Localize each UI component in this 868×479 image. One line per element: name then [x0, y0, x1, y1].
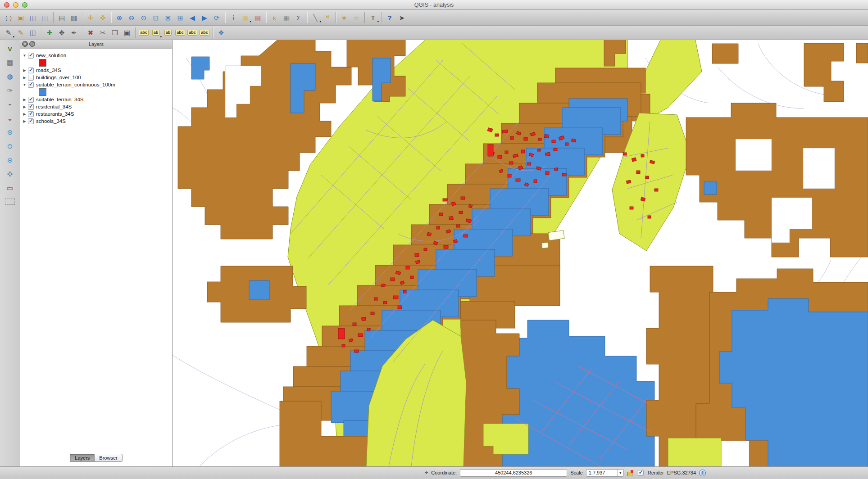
zoom-window-button[interactable] [22, 2, 27, 8]
zoom-to-layer-button[interactable]: ⊞ [174, 12, 186, 23]
new-shapefile-layer-button[interactable]: ▭ [4, 182, 16, 194]
add-postgis-layer-button[interactable]: ◍ [4, 71, 16, 82]
pan-map-button[interactable]: ✛ [85, 12, 96, 23]
save-project-as-button[interactable]: ◫ [39, 12, 51, 23]
expander-right-icon[interactable]: ▶ [22, 105, 27, 109]
tab-browser[interactable]: Browser [95, 454, 122, 462]
cut-features-button[interactable]: ✂ [97, 27, 109, 39]
move-feature-button[interactable]: ✥ [56, 27, 68, 39]
layer-label[interactable]: restaurants_34S [36, 111, 74, 117]
layer-label[interactable]: new_solution [36, 53, 66, 58]
new-bookmark-button[interactable]: ★ [338, 12, 350, 23]
label-move-button[interactable]: abc [174, 27, 186, 39]
expander-right-icon[interactable]: ▶ [22, 76, 27, 80]
map-refresh-button[interactable]: ⟳ [211, 12, 223, 23]
add-oracle-layer-button[interactable]: ◒ [4, 113, 16, 124]
layer-checkbox[interactable] [28, 68, 34, 73]
select-by-expression-button[interactable]: ε [268, 12, 280, 23]
map-tips-button[interactable]: ❝ [322, 12, 333, 23]
zoom-out-button[interactable]: ⊖ [126, 12, 137, 23]
expander-down-icon[interactable]: ▼ [22, 83, 27, 87]
toggle-editing-button[interactable]: ✎ [15, 27, 27, 39]
layer-row-suitable_terrain_continuous_100m[interactable]: ▼suitable_terrain_continuous_100m [22, 81, 172, 88]
map-canvas[interactable] [173, 40, 868, 466]
layer-checkbox[interactable] [28, 75, 34, 81]
layer-checkbox[interactable] [28, 53, 34, 59]
label-rotate-button[interactable]: abc [186, 27, 198, 39]
open-attribute-table-button[interactable]: ▦ [281, 12, 292, 23]
add-wms-layer-button[interactable]: ⊛ [4, 127, 16, 138]
title-bar[interactable]: QGIS - analysis [0, 0, 868, 10]
layers-panel-header[interactable]: ✕ ◱ Layers [20, 40, 172, 49]
expander-right-icon[interactable]: ▶ [22, 98, 27, 102]
label-highlight-button[interactable]: ab [162, 27, 174, 39]
measure-button[interactable]: ╲ ▾ [309, 12, 321, 23]
layer-label[interactable]: suitable_terrain_34S [36, 97, 84, 102]
node-tool-button[interactable]: ✒ [68, 27, 80, 39]
new-project-button[interactable]: ▢ [3, 12, 14, 23]
zoom-in-button[interactable]: ⊕ [114, 12, 125, 23]
scale-combo[interactable]: 1:7,937 ▾ [586, 469, 624, 477]
add-wcs-layer-button[interactable]: ⊜ [4, 140, 16, 152]
layer-checkbox[interactable] [28, 104, 34, 110]
zoom-native-button[interactable]: ⊙ [138, 12, 150, 23]
minimize-window-button[interactable] [13, 2, 18, 8]
add-wfs-layer-button[interactable]: ⊝ [4, 154, 16, 166]
layer-row-new_solution[interactable]: ▼new_solution [22, 52, 172, 59]
crs-status-globe-icon[interactable]: ⊕ [699, 470, 706, 476]
label-properties-button[interactable]: abc [199, 27, 210, 39]
deselect-features-button[interactable]: ▦ [252, 12, 264, 23]
zoom-full-button[interactable]: ⊡ [150, 12, 162, 23]
layer-label[interactable]: roads_34S [36, 68, 61, 73]
save-layer-edits-button[interactable]: ◫ [27, 27, 39, 39]
layer-label[interactable]: residential_34S [36, 104, 72, 109]
expander-right-icon[interactable]: ▶ [22, 119, 27, 123]
add-feature-button[interactable]: ✚ [44, 27, 55, 39]
help-contents-button[interactable]: ? [384, 12, 395, 23]
layer-row-schools_34S[interactable]: ▶schools_34S [22, 117, 172, 125]
paste-features-button[interactable]: ▣ [121, 27, 133, 39]
new-print-composer-button[interactable]: ▤ [56, 12, 68, 23]
float-panel-button[interactable]: ◱ [29, 41, 35, 47]
composer-manager-button[interactable]: ▥ [68, 12, 80, 23]
pan-to-selection-button[interactable]: ✜ [97, 12, 109, 23]
add-vector-layer-button[interactable]: V [4, 43, 16, 54]
layer-label[interactable]: schools_34S [36, 118, 66, 124]
show-bookmarks-button[interactable]: ☆ [350, 12, 362, 23]
layer-symbol-swatch[interactable] [39, 59, 46, 67]
scale-dropdown-icon[interactable]: ▾ [617, 470, 623, 476]
field-calculator-button[interactable]: Σ [293, 12, 304, 23]
layer-row-suitable_terrain_34S[interactable]: ▶suitable_terrain_34S [22, 96, 172, 103]
add-spatialite-layer-button[interactable]: ✑ [4, 85, 16, 96]
close-window-button[interactable] [4, 2, 9, 8]
whats-this-button[interactable]: ➤ [396, 12, 408, 23]
copy-features-button[interactable]: ❐ [109, 27, 121, 39]
close-panel-button[interactable]: ✕ [22, 41, 28, 47]
expander-right-icon[interactable]: ▶ [22, 112, 27, 116]
add-raster-layer-button[interactable]: ▦ [4, 57, 16, 68]
processing-toolbox-button[interactable]: ❖ [215, 27, 227, 39]
layer-checkbox[interactable] [28, 111, 34, 117]
layer-checkbox[interactable] [28, 82, 34, 88]
expander-down-icon[interactable]: ▼ [22, 54, 27, 58]
labeling-button[interactable]: abc [138, 27, 150, 39]
add-delimited-text-layer-button[interactable]: ✣ [4, 168, 16, 180]
layer-row-roads_34S[interactable]: ▶roads_34S [22, 67, 172, 74]
identify-features-button[interactable]: i [227, 12, 239, 23]
current-edits-button[interactable]: ✎ ▾ [3, 27, 14, 39]
layer-checkbox[interactable] [28, 97, 34, 103]
open-project-button[interactable]: ▣ [15, 12, 27, 23]
zoom-last-button[interactable]: ◀ [186, 12, 198, 23]
delete-selected-button[interactable]: ✖ [85, 27, 96, 39]
layer-row-residential_34S[interactable]: ▶residential_34S [22, 103, 172, 110]
tab-layers[interactable]: Layers [70, 454, 95, 462]
add-mssql-layer-button[interactable]: ◓ [4, 99, 16, 110]
text-annotation-button[interactable]: T ▾ [367, 12, 379, 23]
label-pinned-button[interactable]: ab ▾ [150, 27, 162, 39]
scale-lock-icon[interactable] [627, 470, 634, 476]
layer-row-buildings_over_100[interactable]: ▶buildings_over_100 [22, 74, 172, 81]
select-features-button[interactable]: ▦ ▾ [240, 12, 251, 23]
layer-label[interactable]: suitable_terrain_continuous_100m [36, 82, 115, 87]
zoom-to-selection-button[interactable]: ⊠ [162, 12, 174, 23]
coordinate-input[interactable]: 450244,6235326 [460, 469, 567, 477]
